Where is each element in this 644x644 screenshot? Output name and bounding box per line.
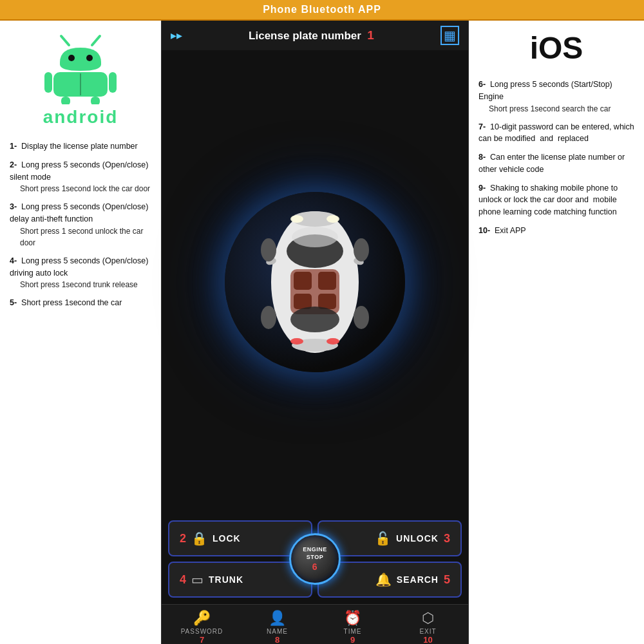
svg-point-3 — [86, 55, 93, 61]
svg-rect-15 — [294, 294, 312, 309]
list-item: 8- Can enter the license plate number or… — [478, 151, 634, 176]
nav-time[interactable]: ⏰ TIME 9 — [315, 610, 390, 644]
nav-name[interactable]: 👤 NAME 8 — [240, 610, 315, 644]
scan-icon[interactable]: ▦ — [440, 26, 459, 45]
center-phone-panel: ▸▸ License plate number 1 ▦ — [161, 21, 469, 644]
right-feature-list: 6- Long press 5 seconds (Start/Stop) Eng… — [478, 79, 634, 243]
banner-title: Phone Bluetooth APP — [263, 4, 381, 15]
phone-title: License plate number 1 — [249, 28, 374, 43]
svg-point-26 — [354, 306, 369, 329]
nav-password[interactable]: 🔑 PASSWORD 7 — [164, 610, 240, 644]
list-item: 2- Long press 5 seconds (Open/close) sil… — [10, 159, 151, 195]
svg-point-20 — [292, 227, 338, 247]
android-label: android — [43, 107, 118, 128]
list-item: 7- 10-digit password can be entered, whi… — [478, 121, 634, 146]
password-icon: 🔑 — [193, 610, 211, 627]
left-feature-list: 1- Display the license plate number 2- L… — [10, 140, 151, 316]
list-item: 3- Long press 5 seconds (Open/close) del… — [10, 201, 151, 249]
svg-point-29 — [290, 338, 303, 345]
android-robot-icon — [42, 27, 119, 104]
list-item: 6- Long press 5 seconds (Start/Stop) Eng… — [478, 79, 634, 115]
svg-point-30 — [327, 338, 339, 345]
svg-rect-8 — [91, 97, 100, 104]
list-item: 1- Display the license plate number — [10, 140, 151, 153]
exit-icon: ⬡ — [422, 610, 434, 627]
svg-rect-16 — [318, 294, 336, 309]
car-display-area — [162, 50, 468, 514]
list-item: 5- Short press 1second the car — [10, 297, 151, 309]
list-item: 4- Long press 5 seconds (Open/close) dri… — [10, 255, 151, 291]
svg-rect-7 — [61, 97, 70, 104]
android-logo: android — [10, 27, 151, 128]
svg-rect-13 — [294, 272, 312, 290]
svg-point-23 — [261, 238, 276, 261]
svg-point-27 — [290, 215, 303, 223]
svg-point-24 — [354, 238, 369, 261]
button-grid: 2 🔒 LOCK 🔓 UNLOCK 3 4 ▭ TRUNK — [168, 520, 462, 598]
list-item: 10- Exit APP — [478, 225, 634, 237]
svg-rect-6 — [109, 72, 117, 93]
car-top-view-icon — [257, 205, 373, 359]
right-panel: iOS 6- Long press 5 seconds (Start/Stop)… — [469, 21, 644, 644]
svg-rect-5 — [44, 72, 52, 93]
svg-line-1 — [92, 36, 100, 45]
engine-stop-button-wrap: ENGINESTOP 6 — [289, 533, 341, 585]
phone-header: ▸▸ License plate number 1 ▦ — [162, 21, 468, 50]
svg-line-0 — [61, 36, 69, 45]
svg-point-28 — [327, 215, 339, 223]
time-icon: ⏰ — [344, 610, 361, 627]
car-circle-bg — [225, 192, 405, 372]
name-icon: 👤 — [269, 610, 286, 627]
bottom-navigation: 🔑 PASSWORD 7 👤 NAME 8 ⏰ TIME 9 ⬡ EXIT 10 — [162, 604, 468, 644]
top-banner: Phone Bluetooth APP — [0, 0, 644, 21]
bluetooth-icon: ▸▸ — [171, 28, 182, 43]
controls-area: 2 🔒 LOCK 🔓 UNLOCK 3 4 ▭ TRUNK — [162, 514, 468, 604]
ios-logo: iOS — [478, 30, 634, 66]
svg-rect-14 — [318, 272, 336, 290]
left-panel: android 1- Display the license plate num… — [0, 21, 161, 644]
svg-point-25 — [261, 306, 276, 329]
list-item: 9- Shaking to shaking mobile phone to un… — [478, 182, 634, 218]
svg-point-2 — [68, 55, 75, 61]
nav-exit[interactable]: ⬡ EXIT 10 — [390, 610, 466, 644]
svg-point-17 — [290, 307, 339, 332]
engine-stop-button[interactable]: ENGINESTOP 6 — [289, 533, 341, 585]
